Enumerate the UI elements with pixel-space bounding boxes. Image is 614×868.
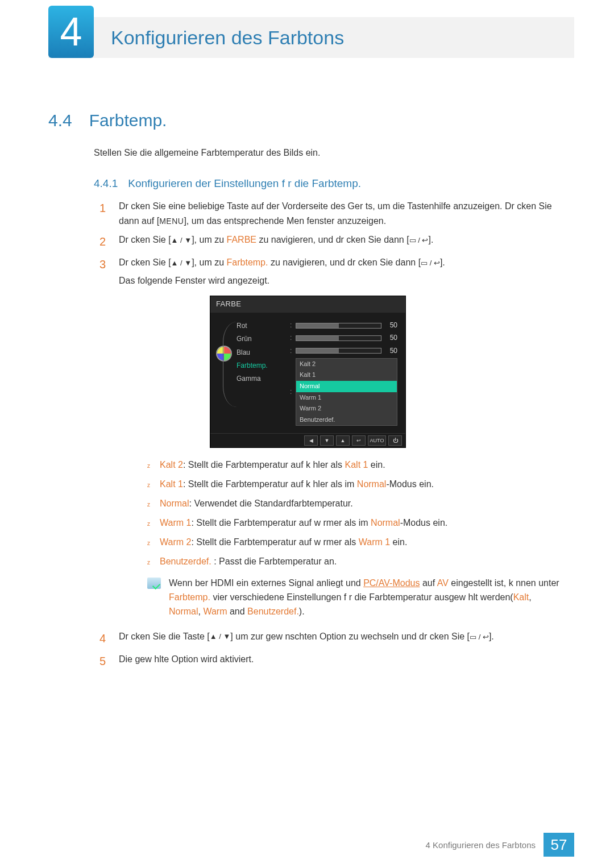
step-body: Die gew hlte Option wird aktiviert.: [119, 652, 566, 670]
note-text: Wenn ber HDMI ein externes Signal anlieg…: [169, 576, 566, 618]
option-bullets: z Kalt 2: Stellt die Farbtemperatur auf …: [147, 458, 566, 568]
step-3: 3 Dr cken Sie [▲ / ▼], um zu Farbtemp. z…: [99, 255, 566, 619]
bullet-icon: z: [147, 462, 152, 472]
chapter-number: 4: [60, 9, 82, 55]
slider-rot: [296, 323, 381, 329]
slider-blau: [296, 348, 381, 354]
footer-label: 4 Konfigurieren des Farbtons: [426, 840, 536, 850]
page-footer: 4 Konfigurieren des Farbtons 57: [48, 833, 574, 857]
page-number: 57: [551, 836, 567, 854]
subsection-title: Konfigurieren der Einstellungen f r die …: [128, 177, 361, 190]
slider-gruen: [296, 335, 381, 341]
osd-menu-list: Rot Grün Blau Farbtemp. Gamma: [214, 316, 288, 430]
step-number: 2: [99, 232, 109, 251]
bullet-normal: z Normal: Verwendet die Standardfarbtemp…: [147, 497, 566, 510]
value-blau: 50: [385, 346, 397, 356]
section-heading: 4.4 Farbtemp.: [48, 111, 167, 130]
bullet-warm2: z Warm 2: Stellt die Farbtemperatur auf …: [147, 535, 566, 549]
enter-icon: [421, 258, 440, 267]
osd-btn-down: ▼: [320, 435, 334, 446]
enter-icon: [409, 235, 429, 244]
osd-item-farbtemp: Farbtemp.: [237, 359, 284, 372]
osd-dropdown-farbtemp: Kalt 2 Kalt 1 Normal Warm 1 Warm 2 Benut…: [296, 358, 397, 426]
chapter-header: Konfigurieren des Farbtons: [48, 17, 574, 58]
chapter-number-badge: 4: [48, 6, 94, 58]
dd-kalt1: Kalt 1: [296, 369, 397, 381]
osd-item-blau: Blau: [237, 346, 284, 359]
section-title: Farbtemp.: [89, 111, 167, 130]
dd-warm1: Warm 1: [296, 392, 397, 404]
step-number: 5: [99, 652, 109, 670]
menu-label: MENU: [159, 217, 184, 226]
dd-normal: Normal: [296, 381, 397, 392]
osd-values: :50 :50 :50 : Kalt 2 Kalt 1 Normal Warm …: [288, 316, 402, 430]
section-number: 4.4: [48, 111, 72, 130]
step-body: Dr cken Sie die Taste [▲ / ▼] um zur gew…: [119, 629, 566, 647]
step-body: Dr cken Sie [▲ / ▼], um zu FARBE zu navi…: [119, 232, 566, 251]
farbe-label: FARBE: [227, 235, 256, 244]
osd-footer: ◀ ▼ ▲ ↩ AUTO ⏻: [210, 433, 405, 447]
curve-decoration: [223, 322, 237, 407]
section-intro: Stellen Sie die allgemeine Farbtemperatu…: [94, 148, 566, 158]
osd-title: FARBE: [210, 296, 405, 313]
note-icon: [147, 578, 161, 589]
note-box: Wenn ber HDMI ein externes Signal anlieg…: [147, 576, 566, 618]
step-2: 2 Dr cken Sie [▲ / ▼], um zu FARBE zu na…: [99, 232, 566, 251]
farbtemp-label: Farbtemp.: [227, 258, 268, 267]
osd-btn-up: ▲: [336, 435, 350, 446]
pcav-link: PC/AV-Modus: [363, 578, 420, 588]
bullet-icon: z: [147, 539, 152, 549]
dd-benutzer: Benutzerdef.: [296, 414, 397, 426]
dd-kalt2: Kalt 2: [296, 359, 397, 370]
bullet-icon: z: [147, 558, 152, 568]
bullet-icon: z: [147, 481, 152, 491]
chapter-title: Konfigurieren des Farbtons: [111, 27, 344, 49]
bullet-kalt1: z Kalt 1: Stellt die Farbtemperatur auf …: [147, 477, 566, 491]
step-list: 1 Dr cken Sie eine beliebige Taste auf d…: [99, 199, 566, 675]
bullet-icon: z: [147, 520, 152, 530]
dd-warm2: Warm 2: [296, 403, 397, 414]
subsection-heading: 4.4.1 Konfigurieren der Einstellungen f …: [94, 177, 361, 190]
enter-icon: [470, 632, 489, 641]
osd-btn-auto: AUTO: [368, 435, 386, 446]
step-4: 4 Dr cken Sie die Taste [▲ / ▼] um zur g…: [99, 629, 566, 647]
bullet-icon: z: [147, 500, 152, 510]
value-rot: 50: [385, 320, 397, 331]
osd-item-rot: Rot: [237, 319, 284, 333]
bullet-warm1: z Warm 1: Stellt die Farbtemperatur auf …: [147, 516, 566, 530]
osd-item-gruen: Grün: [237, 333, 284, 346]
osd-item-gamma: Gamma: [237, 372, 284, 385]
step-number: 1: [99, 199, 109, 228]
step-number: 3: [99, 255, 109, 619]
bullet-kalt2: z Kalt 2: Stellt die Farbtemperatur auf …: [147, 458, 566, 472]
page-number-badge: 57: [544, 833, 574, 857]
step-body: Dr cken Sie [▲ / ▼], um zu Farbtemp. zu …: [119, 255, 566, 619]
osd-btn-power: ⏻: [388, 435, 402, 446]
osd-btn-back: ◀: [304, 435, 318, 446]
up-down-icon: ▲ / ▼: [171, 258, 192, 269]
up-down-icon: ▲ / ▼: [171, 235, 192, 247]
osd-btn-enter: ↩: [352, 435, 366, 446]
subsection-number: 4.4.1: [94, 177, 118, 190]
up-down-icon: ▲ / ▼: [210, 631, 231, 643]
bullet-benutzerdef: z Benutzerdef. : Passt die Farbtemperatu…: [147, 555, 566, 568]
value-gruen: 50: [385, 333, 397, 343]
step-1: 1 Dr cken Sie eine beliebige Taste auf d…: [99, 199, 566, 228]
osd-window: FARBE Rot Grün Blau Farbtemp. Gamma: [210, 296, 406, 448]
step-number: 4: [99, 629, 109, 647]
step-body: Dr cken Sie eine beliebige Taste auf der…: [119, 199, 566, 228]
step-5: 5 Die gew hlte Option wird aktiviert.: [99, 652, 566, 670]
